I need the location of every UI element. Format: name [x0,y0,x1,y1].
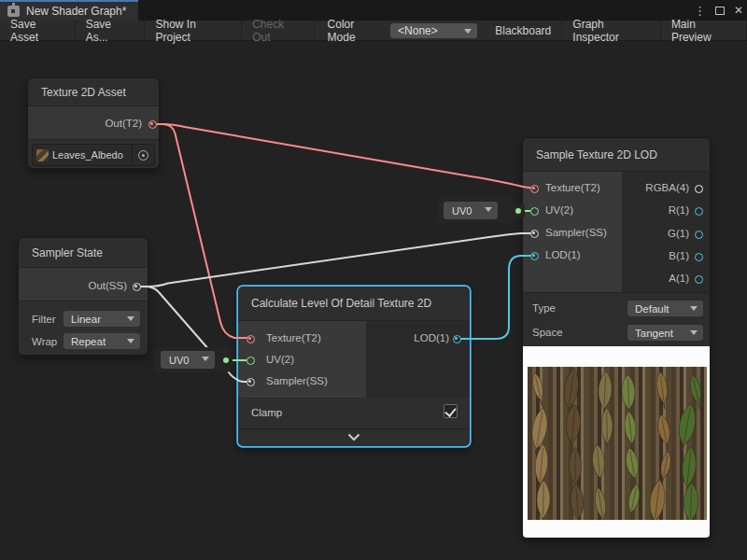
shader-graph-window: New Shader Graph* ⋮ ✕ Save Asset Save As… [0,0,747,560]
uv-channel-dropdown[interactable]: UV0 [161,351,215,369]
port-label-texture-in: Texture(T2) [266,332,321,343]
port-label-texture-in: Texture(T2) [545,182,600,193]
port-label-out-ss: Out(SS) [88,280,127,291]
object-picker-button[interactable] [132,145,154,165]
port-label-a-out: A(1) [669,273,689,284]
node-sample-texture-2d-lod[interactable]: Sample Texture 2D LOD Texture(T2) UV(2) … [523,138,710,538]
filter-label: Filter [32,314,56,325]
port-calc-sampler-in[interactable] [247,378,255,386]
port-label-sampler-in: Sampler(SS) [266,375,328,386]
port-sample-rgba-out[interactable] [695,185,703,193]
preview-leaves-svg [528,367,707,520]
uv-channel-chip: UV0 [438,198,513,223]
wrap-label: Wrap [32,336,57,347]
port-sample-g-out[interactable] [695,231,703,239]
port-calc-texture-in[interactable] [247,335,255,343]
port-label-uv-in: UV(2) [545,204,573,216]
port-sample-lod-in[interactable] [530,252,539,260]
node-calculate-lod-texture-2d[interactable]: Calculate Level Of Detail Texture 2D Tex… [238,287,470,446]
node-texture-2d-asset[interactable]: Texture 2D Asset Out(T2) Leaves_Albedo [28,78,159,168]
port-calc-uv-in[interactable] [247,357,255,365]
color-mode-dropdown[interactable]: <None> [390,23,477,38]
save-asset-button[interactable]: Save Asset [0,21,76,40]
close-icon[interactable]: ✕ [734,4,743,17]
type-dropdown[interactable]: Default [627,301,703,316]
port-label-g-out: G(1) [668,228,689,239]
type-label: Type [532,302,556,314]
port-calc-lod-out[interactable] [453,335,461,343]
show-in-project-button[interactable]: Show In Project [145,21,242,40]
port-label-lod-out: LOD(1) [414,332,449,343]
collapse-chevron-icon[interactable] [347,433,360,441]
node-title: Sampler State [19,238,148,268]
port-label-sampler-in: Sampler(SS) [545,227,607,238]
port-sample-b-out[interactable] [695,253,703,261]
port-sample-r-out[interactable] [695,207,703,216]
node-title: Sample Texture 2D LOD [523,138,710,172]
clamp-label: Clamp [251,407,282,418]
uv-channel-dropdown[interactable]: UV0 [444,202,498,219]
shader-graph-icon [7,6,20,17]
uv-default-value-dot [512,204,525,217]
node-preview-image [523,346,710,538]
check-out-button: Check Out [242,21,314,40]
node-title: Texture 2D Asset [28,78,159,106]
port-sample-uv-in[interactable] [530,207,539,216]
object-picker-icon [138,150,148,161]
port-label-b-out: B(1) [669,250,689,261]
port-label-lod-in: LOD(1) [545,249,581,260]
texture-object-field[interactable]: Leaves_Albedo [32,144,155,166]
window-menu-icon[interactable]: ⋮ [694,4,706,18]
uv-default-value-dot [219,354,233,367]
texture-thumbnail-icon [36,149,49,161]
port-sample-sampler-in[interactable] [530,230,539,238]
node-title: Calculate Level Of Detail Texture 2D [238,287,470,321]
tab-title: New Shader Graph* [26,5,126,18]
node-sampler-state[interactable]: Sampler State Out(SS) Filter Linear Wrap… [19,238,148,355]
port-label-rgba-out: RGBA(4) [645,182,689,193]
clamp-checkbox[interactable] [444,404,458,418]
space-label: Space [532,327,563,338]
port-label-uv-in: UV(2) [266,354,294,365]
space-dropdown[interactable]: Tangent [627,325,703,341]
color-mode-label: Color Mode [315,21,391,40]
port-sample-a-out[interactable] [695,275,703,284]
uv-channel-chip: UV0 [155,347,230,372]
blackboard-button[interactable]: Blackboard [485,21,562,40]
wrap-dropdown[interactable]: Repeat [63,333,140,349]
maximize-icon[interactable] [715,7,725,15]
save-as-button[interactable]: Save As... [76,21,146,40]
port-sample-texture-in[interactable] [530,185,539,193]
port-out-ss[interactable] [133,283,141,291]
main-preview-button[interactable]: Main Preview [661,21,747,40]
toolbar: Save Asset Save As... Show In Project Ch… [0,21,747,41]
port-label-out-t2: Out(T2) [105,118,142,129]
port-out-t2[interactable] [148,120,157,129]
filter-dropdown[interactable]: Linear [63,311,140,327]
graph-inspector-button[interactable]: Graph Inspector [562,21,661,40]
port-label-r-out: R(1) [669,204,689,216]
